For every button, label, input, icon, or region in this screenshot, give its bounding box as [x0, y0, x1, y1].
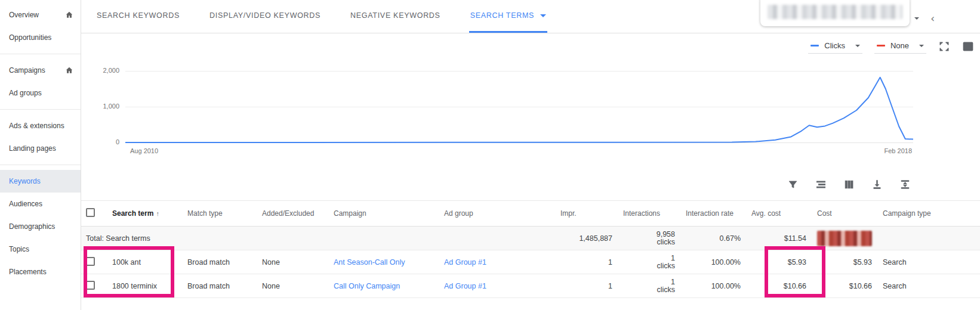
sidebar-item-label: Landing pages — [9, 144, 56, 153]
redacted-blur — [817, 231, 872, 246]
sidebar-item-label: Placements — [9, 268, 47, 276]
column-header-search-term[interactable]: Search term↑ — [107, 201, 183, 227]
cell-avg-cost: $10.66 — [747, 274, 812, 298]
tab-label: SEARCH TERMS — [470, 11, 535, 20]
download-icon[interactable] — [871, 179, 883, 191]
sidebar-item-keywords[interactable]: Keywords — [0, 170, 81, 193]
metric-label: Clicks — [824, 41, 845, 50]
chevron-down-icon[interactable] — [914, 17, 919, 20]
chevron-down-icon — [855, 45, 860, 47]
tab-display-video-keywords[interactable]: DISPLAY/VIDEO KEYWORDS — [208, 0, 322, 33]
filter-icon[interactable] — [787, 179, 799, 191]
sidebar-item-label: Overview — [9, 11, 39, 19]
column-header-ad-group[interactable]: Ad group — [439, 201, 556, 227]
cell-avg-cost: $5.93 — [747, 250, 812, 274]
series-color-dash — [810, 45, 819, 46]
cell-impr: 1 — [556, 274, 618, 298]
table-row: 1800 terminix Broad match None Call Only… — [81, 274, 980, 298]
column-header-cost[interactable]: Cost — [812, 201, 878, 227]
campaign-link[interactable]: Ant Season-Call Only — [334, 258, 405, 266]
fullscreen-icon[interactable] — [938, 41, 950, 52]
table-header-row: Search term↑ Match type Added/Excluded C… — [81, 201, 980, 227]
segment-icon[interactable] — [815, 179, 827, 191]
column-header-impr[interactable]: Impr. — [556, 201, 618, 227]
y-axis-tick: 1,000 — [88, 103, 119, 110]
clicks-line-chart — [125, 71, 913, 142]
column-header-match-type[interactable]: Match type — [183, 201, 257, 227]
x-axis-start-label: Aug 2010 — [130, 147, 158, 154]
tab-label: SEARCH KEYWORDS — [97, 11, 180, 20]
sort-ascending-icon: ↑ — [156, 210, 159, 217]
metric-select-primary[interactable]: Clicks — [808, 39, 862, 54]
sidebar-item-label: Audiences — [9, 200, 42, 208]
cell-cost: $10.66 — [812, 274, 878, 298]
sidebar-divider — [0, 109, 81, 110]
sidebar-item-label: Keywords — [9, 177, 41, 185]
y-axis-tick: 0 — [88, 138, 119, 145]
sidebar-item-label: Ad groups — [9, 89, 42, 97]
series-color-dash — [877, 45, 885, 46]
ad-group-link[interactable]: Ad Group #1 — [444, 258, 486, 266]
search-terms-table: Search term↑ Match type Added/Excluded C… — [81, 200, 980, 298]
tab-label: NEGATIVE KEYWORDS — [350, 11, 440, 20]
sidebar-item-campaigns[interactable]: Campaigns — [0, 59, 81, 82]
campaign-link[interactable]: Call Only Campaign — [334, 282, 400, 290]
total-cost-redacted — [812, 227, 878, 250]
select-all-checkbox[interactable] — [86, 208, 95, 217]
sidebar-item-ad-groups[interactable]: Ad groups — [0, 82, 81, 104]
cell-match-type: Broad match — [183, 274, 257, 298]
column-header-interaction-rate[interactable]: Interaction rate — [681, 201, 747, 227]
sidebar-item-label: Opportunities — [9, 33, 51, 42]
redacted-blur — [768, 5, 902, 19]
table-row-total: Total: Search terms 1,485,887 9,958click… — [81, 227, 980, 250]
ad-group-link[interactable]: Ad Group #1 — [444, 282, 486, 290]
chart-table-toggle-icon[interactable] — [962, 41, 974, 52]
sidebar-item-label: Topics — [9, 245, 29, 253]
main-content: SEARCH KEYWORDS DISPLAY/VIDEO KEYWORDS N… — [81, 0, 980, 310]
cell-search-term: 100k ant — [107, 250, 183, 274]
cell-match-type: Broad match — [183, 250, 257, 274]
column-header-campaign-type[interactable]: Campaign type — [878, 201, 980, 227]
table-row: 100k ant Broad match None Ant Season-Cal… — [81, 250, 980, 274]
x-axis-end-label: Feb 2018 — [885, 147, 912, 154]
expand-columns-icon[interactable] — [899, 179, 911, 191]
tab-search-keywords[interactable]: SEARCH KEYWORDS — [95, 0, 181, 33]
cell-campaign-type: Search — [878, 274, 980, 298]
chart-controls: Clicks None — [808, 39, 974, 54]
column-header-campaign[interactable]: Campaign — [329, 201, 439, 227]
sidebar-item-overview[interactable]: Overview — [0, 4, 81, 26]
total-impr: 1,485,887 — [556, 227, 618, 250]
account-selector-redacted[interactable] — [760, 0, 910, 26]
clicks-series-line — [125, 78, 913, 142]
sidebar-item-ads-extensions[interactable]: Ads & extensions — [0, 114, 81, 137]
tab-search-terms[interactable]: SEARCH TERMS — [469, 0, 548, 33]
cell-interactions: 1clicks — [618, 274, 681, 298]
total-interactions: 9,958clicks — [618, 227, 681, 250]
sidebar-item-opportunities[interactable]: Opportunities — [0, 26, 81, 49]
cell-impr: 1 — [556, 250, 618, 274]
sidebar-item-demographics[interactable]: Demographics — [0, 215, 81, 238]
sidebar-item-landing-pages[interactable]: Landing pages — [0, 137, 81, 160]
column-header-added-excluded[interactable]: Added/Excluded — [257, 201, 329, 227]
line-chart-plot: 2,000 1,000 0 Aug 2010 Feb 2018 — [125, 71, 913, 142]
sidebar-divider — [0, 165, 81, 165]
sidebar-item-topics[interactable]: Topics — [0, 238, 81, 261]
column-header-avg-cost[interactable]: Avg. cost — [747, 201, 812, 227]
total-interaction-rate: 0.67% — [681, 227, 747, 250]
columns-icon[interactable] — [843, 179, 855, 191]
sidebar-nav: Overview Opportunities Campaigns Ad grou… — [0, 0, 81, 310]
total-campaign-type — [878, 227, 980, 250]
sidebar-item-placements[interactable]: Placements — [0, 261, 81, 283]
cell-interactions: 1clicks — [618, 250, 681, 274]
collapse-panel-icon[interactable]: ‹ — [930, 13, 935, 24]
tab-label: DISPLAY/VIDEO KEYWORDS — [209, 11, 320, 20]
tab-negative-keywords[interactable]: NEGATIVE KEYWORDS — [349, 0, 442, 33]
chevron-down-icon — [919, 45, 924, 47]
column-header-interactions[interactable]: Interactions — [618, 201, 681, 227]
sidebar-item-audiences[interactable]: Audiences — [0, 193, 81, 215]
metric-select-secondary[interactable]: None — [874, 39, 926, 54]
cell-added-excluded: None — [257, 250, 329, 274]
row-checkbox[interactable] — [86, 257, 95, 266]
row-checkbox[interactable] — [86, 281, 95, 290]
home-icon — [65, 11, 73, 19]
